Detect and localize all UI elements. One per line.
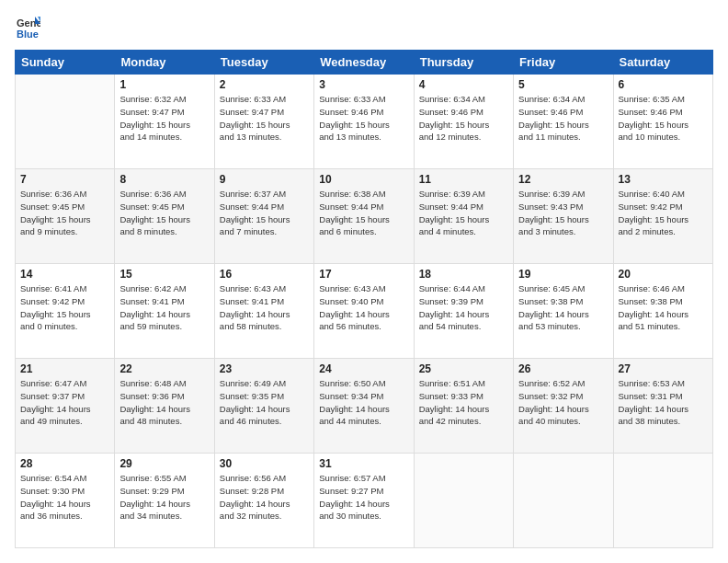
day-info: Sunrise: 6:43 AM Sunset: 9:41 PM Dayligh… — [220, 282, 309, 333]
day-number: 30 — [220, 457, 309, 470]
calendar-cell: 23Sunrise: 6:49 AM Sunset: 9:35 PM Dayli… — [214, 359, 313, 454]
svg-text:Blue: Blue — [17, 29, 39, 40]
calendar-cell: 25Sunrise: 6:51 AM Sunset: 9:33 PM Dayli… — [414, 359, 513, 454]
calendar-cell: 9Sunrise: 6:37 AM Sunset: 9:44 PM Daylig… — [214, 169, 313, 264]
day-number: 28 — [20, 457, 109, 470]
calendar-cell: 1Sunrise: 6:32 AM Sunset: 9:47 PM Daylig… — [115, 75, 214, 169]
calendar-cell: 26Sunrise: 6:52 AM Sunset: 9:32 PM Dayli… — [514, 359, 613, 454]
day-info: Sunrise: 6:45 AM Sunset: 9:38 PM Dayligh… — [518, 282, 608, 333]
calendar-cell: 11Sunrise: 6:39 AM Sunset: 9:44 PM Dayli… — [414, 169, 513, 264]
calendar-cell: 13Sunrise: 6:40 AM Sunset: 9:42 PM Dayli… — [613, 169, 712, 264]
day-number: 21 — [20, 362, 109, 375]
day-number: 27 — [619, 362, 708, 375]
day-number: 29 — [119, 457, 209, 470]
day-info: Sunrise: 6:57 AM Sunset: 9:27 PM Dayligh… — [319, 472, 408, 523]
calendar-cell: 28Sunrise: 6:54 AM Sunset: 9:30 PM Dayli… — [16, 454, 115, 548]
calendar-cell — [16, 75, 115, 169]
calendar-cell: 6Sunrise: 6:35 AM Sunset: 9:46 PM Daylig… — [613, 75, 712, 169]
calendar-week-row: 14Sunrise: 6:41 AM Sunset: 9:42 PM Dayli… — [16, 264, 713, 359]
day-info: Sunrise: 6:53 AM Sunset: 9:31 PM Dayligh… — [619, 377, 708, 428]
calendar-cell: 22Sunrise: 6:48 AM Sunset: 9:36 PM Dayli… — [115, 359, 214, 454]
calendar-cell: 2Sunrise: 6:33 AM Sunset: 9:47 PM Daylig… — [214, 75, 313, 169]
day-info: Sunrise: 6:32 AM Sunset: 9:47 PM Dayligh… — [119, 93, 209, 144]
calendar-cell: 14Sunrise: 6:41 AM Sunset: 9:42 PM Dayli… — [16, 264, 115, 359]
logo: General Blue — [15, 15, 44, 40]
calendar-cell: 31Sunrise: 6:57 AM Sunset: 9:27 PM Dayli… — [314, 454, 414, 548]
weekday-header-saturday: Saturday — [613, 51, 712, 75]
day-number: 5 — [518, 78, 608, 91]
day-info: Sunrise: 6:34 AM Sunset: 9:46 PM Dayligh… — [518, 93, 608, 144]
day-info: Sunrise: 6:39 AM Sunset: 9:43 PM Dayligh… — [518, 188, 608, 238]
day-number: 3 — [319, 78, 408, 91]
calendar-cell: 20Sunrise: 6:46 AM Sunset: 9:38 PM Dayli… — [613, 264, 712, 359]
weekday-header-tuesday: Tuesday — [214, 51, 313, 75]
day-number: 20 — [619, 268, 708, 281]
day-info: Sunrise: 6:36 AM Sunset: 9:45 PM Dayligh… — [119, 188, 209, 238]
day-info: Sunrise: 6:48 AM Sunset: 9:36 PM Dayligh… — [119, 377, 209, 428]
calendar-cell: 24Sunrise: 6:50 AM Sunset: 9:34 PM Dayli… — [314, 359, 414, 454]
day-number: 7 — [20, 173, 109, 186]
day-number: 22 — [119, 362, 209, 375]
calendar-cell: 7Sunrise: 6:36 AM Sunset: 9:45 PM Daylig… — [16, 169, 115, 264]
day-info: Sunrise: 6:43 AM Sunset: 9:40 PM Dayligh… — [319, 282, 408, 333]
calendar-cell: 15Sunrise: 6:42 AM Sunset: 9:41 PM Dayli… — [115, 264, 214, 359]
day-number: 11 — [419, 173, 508, 186]
calendar-week-row: 7Sunrise: 6:36 AM Sunset: 9:45 PM Daylig… — [16, 169, 713, 264]
day-info: Sunrise: 6:51 AM Sunset: 9:33 PM Dayligh… — [419, 377, 508, 428]
calendar-cell: 21Sunrise: 6:47 AM Sunset: 9:37 PM Dayli… — [16, 359, 115, 454]
day-info: Sunrise: 6:34 AM Sunset: 9:46 PM Dayligh… — [419, 93, 508, 144]
day-info: Sunrise: 6:42 AM Sunset: 9:41 PM Dayligh… — [119, 282, 209, 333]
weekday-header-row: SundayMondayTuesdayWednesdayThursdayFrid… — [16, 51, 713, 75]
day-number: 18 — [419, 268, 508, 281]
weekday-header-monday: Monday — [115, 51, 214, 75]
day-number: 13 — [619, 173, 708, 186]
calendar-week-row: 21Sunrise: 6:47 AM Sunset: 9:37 PM Dayli… — [16, 359, 713, 454]
calendar-cell: 4Sunrise: 6:34 AM Sunset: 9:46 PM Daylig… — [414, 75, 513, 169]
day-info: Sunrise: 6:52 AM Sunset: 9:32 PM Dayligh… — [518, 377, 608, 428]
day-info: Sunrise: 6:54 AM Sunset: 9:30 PM Dayligh… — [20, 472, 109, 523]
day-info: Sunrise: 6:33 AM Sunset: 9:47 PM Dayligh… — [220, 93, 309, 144]
day-number: 19 — [518, 268, 608, 281]
day-number: 9 — [220, 173, 309, 186]
calendar-cell: 17Sunrise: 6:43 AM Sunset: 9:40 PM Dayli… — [314, 264, 414, 359]
calendar-cell: 18Sunrise: 6:44 AM Sunset: 9:39 PM Dayli… — [414, 264, 513, 359]
calendar-cell — [414, 454, 513, 548]
day-info: Sunrise: 6:46 AM Sunset: 9:38 PM Dayligh… — [619, 282, 708, 333]
calendar-table: SundayMondayTuesdayWednesdayThursdayFrid… — [15, 50, 713, 548]
day-info: Sunrise: 6:38 AM Sunset: 9:44 PM Dayligh… — [319, 188, 408, 238]
day-number: 25 — [419, 362, 508, 375]
day-info: Sunrise: 6:40 AM Sunset: 9:42 PM Dayligh… — [619, 188, 708, 238]
day-number: 31 — [319, 457, 408, 470]
header: General Blue — [15, 15, 713, 40]
calendar-cell: 3Sunrise: 6:33 AM Sunset: 9:46 PM Daylig… — [314, 75, 414, 169]
calendar-week-row: 1Sunrise: 6:32 AM Sunset: 9:47 PM Daylig… — [16, 75, 713, 169]
calendar-cell: 12Sunrise: 6:39 AM Sunset: 9:43 PM Dayli… — [514, 169, 613, 264]
calendar-cell: 16Sunrise: 6:43 AM Sunset: 9:41 PM Dayli… — [214, 264, 313, 359]
page: General Blue SundayMondayTuesdayWednesda… — [0, 0, 728, 563]
weekday-header-wednesday: Wednesday — [314, 51, 414, 75]
day-number: 12 — [518, 173, 608, 186]
calendar-week-row: 28Sunrise: 6:54 AM Sunset: 9:30 PM Dayli… — [16, 454, 713, 548]
day-number: 14 — [20, 268, 109, 281]
day-info: Sunrise: 6:50 AM Sunset: 9:34 PM Dayligh… — [319, 377, 408, 428]
day-info: Sunrise: 6:55 AM Sunset: 9:29 PM Dayligh… — [119, 472, 209, 523]
day-info: Sunrise: 6:49 AM Sunset: 9:35 PM Dayligh… — [220, 377, 309, 428]
day-info: Sunrise: 6:41 AM Sunset: 9:42 PM Dayligh… — [20, 282, 109, 333]
calendar-cell: 10Sunrise: 6:38 AM Sunset: 9:44 PM Dayli… — [314, 169, 414, 264]
day-number: 24 — [319, 362, 408, 375]
day-info: Sunrise: 6:47 AM Sunset: 9:37 PM Dayligh… — [20, 377, 109, 428]
day-info: Sunrise: 6:35 AM Sunset: 9:46 PM Dayligh… — [619, 93, 708, 144]
calendar-cell — [613, 454, 712, 548]
day-number: 2 — [220, 78, 309, 91]
day-number: 15 — [119, 268, 209, 281]
weekday-header-sunday: Sunday — [16, 51, 115, 75]
calendar-cell: 29Sunrise: 6:55 AM Sunset: 9:29 PM Dayli… — [115, 454, 214, 548]
day-number: 6 — [619, 78, 708, 91]
calendar-cell: 27Sunrise: 6:53 AM Sunset: 9:31 PM Dayli… — [613, 359, 712, 454]
day-number: 1 — [119, 78, 209, 91]
weekday-header-friday: Friday — [514, 51, 613, 75]
calendar-cell — [514, 454, 613, 548]
day-info: Sunrise: 6:33 AM Sunset: 9:46 PM Dayligh… — [319, 93, 408, 144]
day-number: 10 — [319, 173, 408, 186]
calendar-cell: 5Sunrise: 6:34 AM Sunset: 9:46 PM Daylig… — [514, 75, 613, 169]
